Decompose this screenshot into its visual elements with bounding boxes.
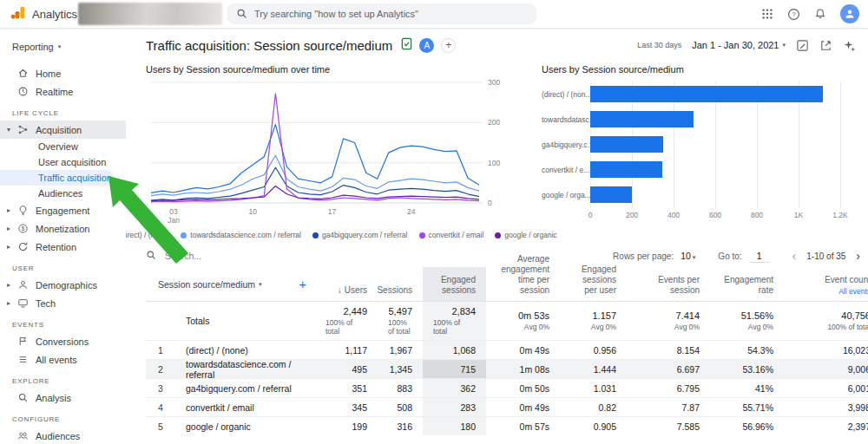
table-search [146,250,319,262]
bar-row[interactable]: google / orga... [542,182,840,207]
row-value-cell: 351 [315,379,378,397]
sidebar-item-overview[interactable]: Overview [0,139,114,154]
axis-tick-label: 400 [667,211,680,219]
sidebar-item-demographics[interactable]: ▸Demographics [0,276,126,294]
column-header-dimension[interactable]: Session source/medium▾+ [146,267,315,301]
row-value-cell: 3,998 [784,398,868,416]
row-value-cell: 362 [423,379,486,397]
legend-dot [312,232,319,238]
events-icon [17,354,29,365]
row-value-cell: 7.87 [627,398,710,416]
go-to-page-input[interactable] [749,250,770,263]
column-header-event-count[interactable]: Event countAll events [784,267,868,301]
analytics-logo[interactable]: Analytics [0,4,77,24]
insights-icon[interactable] [843,39,856,52]
sidebar-item-label: Home [36,69,61,79]
notifications-bell-icon[interactable] [814,8,826,20]
table-row[interactable]: 5google / organic1993161800m 57s0.9057.5… [146,416,868,435]
sidebar-item-home[interactable]: Home [0,64,126,82]
column-header-sessions[interactable]: Sessions [378,267,423,301]
sidebar-item-all-events[interactable]: All events [0,350,126,369]
help-icon[interactable]: ? [787,8,800,21]
totals-cell: 2,449100% of total [315,302,378,340]
sidebar-item-label: All events [36,355,77,365]
legend-item-convertkit-email: convertkit / email [419,231,484,239]
sidebar-item-label: Engagement [36,206,89,216]
sidebar-item-audiences[interactable]: Audiences [0,427,126,444]
sidebar-item-engagement[interactable]: ▸Engagement [0,201,126,219]
sidebar-section-label: USER [0,256,126,276]
column-header-engaged-sessions-per-user[interactable]: Engaged sessions per user [560,267,627,301]
legend-item-towardsdatascience-com-referral: towardsdatascience.com / referral [181,231,301,239]
column-header-users[interactable]: ↓ Users [315,267,378,301]
apps-grid-icon[interactable] [761,8,773,20]
column-header-average-engagement-time-per-session[interactable]: Average engagement time per session [486,267,560,301]
row-value-cell: 0m 49s [486,398,560,416]
row-value-cell: 1.031 [560,379,627,397]
column-header-engaged-sessions[interactable]: Engaged sessions [423,267,486,301]
sidebar-item-analysis[interactable]: Analysis [0,388,126,407]
table-row[interactable]: 2towardsdatascience.com / referral4951,3… [146,359,868,378]
column-subheader-link[interactable]: All events [838,287,868,296]
global-search[interactable]: Try searching "how to set up Analytics" [227,3,536,24]
line-chart[interactable]: 010020030003Jan101724 [146,78,521,225]
bar[interactable] [590,186,632,203]
sidebar-item-tech[interactable]: ▸Tech [0,294,126,312]
sidebar-item-audiences[interactable]: Audiences [0,186,114,201]
row-dimension-cell: 2towardsdatascience.com / referral [146,360,315,378]
add-column-button[interactable]: + [299,277,306,291]
row-value-cell: 6,001 [784,379,868,397]
sidebar-item-user-acquisition[interactable]: User acquisition [0,154,114,170]
share-report-icon[interactable] [819,39,832,52]
chevron-right-icon: ▸ [7,206,17,214]
previous-page-icon[interactable]: ‹ [789,250,800,262]
date-range-picker[interactable]: Jan 1 - Jan 30, 2021 ▾ [692,40,786,50]
add-comparison-button[interactable]: + [441,38,456,53]
bar-chart[interactable]: (direct) / (non...towardsdatasc...ga4big… [542,82,847,227]
column-header-events-per-session[interactable]: Events per session [627,267,710,301]
sidebar-item-realtime[interactable]: Realtime [0,82,126,101]
row-number: 3 [158,383,186,394]
axis-tick-label: 1.2K [832,211,848,219]
sidebar-item-acquisition[interactable]: ▾Acquisition [0,121,126,139]
legend-label: (direct) / (none) [126,231,169,239]
chevron-right-icon: ▸ [7,243,17,251]
totals-subtext: Avg 0% [748,323,773,331]
bar-row[interactable]: ga4bigquery.c... [542,132,840,157]
next-page-icon[interactable]: › [852,250,864,262]
sidebar-item-monetization[interactable]: ▸$Monetization [0,219,126,238]
bar[interactable] [590,136,663,153]
rows-per-page-select[interactable]: 10▾ [681,251,695,261]
table-row[interactable]: 3ga4bigquery.com / referral3518833620m 5… [146,378,868,397]
table-row[interactable]: 1(direct) / (none)1,1171,9671,0680m 49s0… [146,340,868,359]
bar-row[interactable]: convertkit / e... [542,157,840,182]
column-header-engagement-rate[interactable]: Engagement rate [710,267,784,301]
reporting-selector[interactable]: Reporting ▾ [0,35,126,64]
edit-report-icon[interactable] [796,39,809,52]
comparison-badge[interactable]: A [419,38,434,53]
table-row[interactable]: 4convertkit / email3455082830m 49s0.827.… [146,397,868,416]
table-header-row: Session source/medium▾+↓ UsersSessionsEn… [146,267,868,302]
svg-text:200: 200 [488,118,500,127]
column-header-label: Average engagement time per session [496,254,549,296]
bar-track [590,132,840,157]
user-avatar[interactable] [840,4,859,23]
bar[interactable] [590,86,823,102]
sidebar-children: OverviewUser acquisitionTraffic acquisit… [0,139,126,201]
sidebar-item-traffic-acquisition[interactable]: Traffic acquisition [0,170,114,186]
row-value-cell: 41% [710,379,784,397]
column-header-label: Engaged sessions per user [570,264,616,296]
sidebar-item-conversions[interactable]: Conversions [0,332,126,350]
account-name-redacted[interactable] [78,3,222,25]
acquisition-icon [17,124,29,135]
sidebar-item-retention[interactable]: ▸Retention [0,238,126,256]
bar[interactable] [590,161,662,178]
table-search-input[interactable] [163,250,319,262]
bar[interactable] [590,111,694,127]
row-value-cell: 6.697 [627,360,710,378]
bar-row[interactable]: (direct) / (non... [542,82,840,107]
bar-row[interactable]: towardsdatasc... [542,107,840,132]
bar-category-label: convertkit / e... [542,166,590,174]
row-value-cell: 0.905 [560,417,627,435]
row-dimension-cell: 5google / organic [146,417,315,435]
